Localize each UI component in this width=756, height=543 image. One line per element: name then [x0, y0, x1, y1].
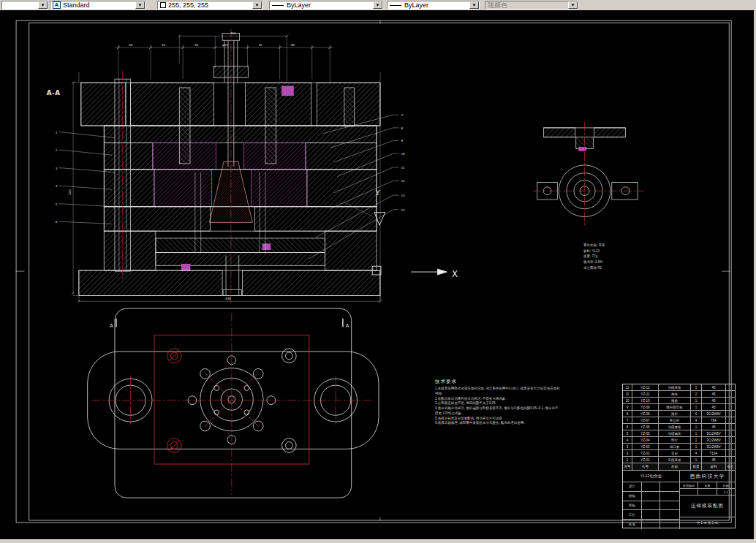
- svg-text:6: 6: [56, 220, 58, 224]
- parts-row: 2 YZ-02 导柱 4 T10A: [623, 450, 735, 457]
- tech-notes-title: 技术要求: [435, 379, 561, 385]
- signature-label: 设计: [623, 482, 642, 491]
- part-code: YZ-07: [632, 417, 659, 423]
- chevron-down-icon[interactable]: ▼: [469, 1, 479, 9]
- param-line: 收缩率: 0.6%: [583, 259, 635, 265]
- stage-values: 1:1: [680, 489, 735, 495]
- parts-row: 1 YZ-01 定模座板 1 45: [623, 457, 735, 463]
- svg-text:φ25: φ25: [222, 43, 228, 47]
- plan-section-arrow-right: A: [346, 323, 349, 329]
- lineweight-combo[interactable]: ByLayer ▼: [387, 1, 480, 10]
- status-bar: [0, 539, 756, 543]
- tech-note-line: 3.分型面应贴合严密, 局部间隙不大于0.05。: [435, 401, 561, 406]
- color-value: 255, 255, 255: [168, 1, 208, 9]
- part-note: [726, 437, 735, 443]
- part-qty: 2: [691, 391, 702, 397]
- stage-label: 阶段标记: [680, 482, 698, 488]
- part-seq: 3: [623, 444, 632, 449]
- text-style-value: Standard: [63, 1, 90, 9]
- properties-toolbar: ▼ A Standard ▼ 255, 255, 255 ▼ ByLayer ▼…: [0, 0, 756, 10]
- svg-text:2: 2: [56, 148, 58, 152]
- svg-text:9: 9: [401, 140, 403, 143]
- part-qty: 6: [691, 411, 702, 417]
- part-note: [726, 384, 735, 390]
- chevron-down-icon[interactable]: ▼: [252, 1, 262, 9]
- signature-row: 批准: [623, 520, 679, 529]
- material-cell: YL12铝合金: [623, 471, 680, 482]
- part-name: 复位杆: [659, 417, 691, 423]
- part-view: [533, 122, 644, 227]
- ucs-x-label: X: [452, 269, 458, 279]
- chevron-down-icon[interactable]: ▼: [135, 1, 145, 9]
- chevron-down-icon[interactable]: ▼: [373, 1, 382, 9]
- signature-row: 工艺: [623, 510, 679, 520]
- part-note: [726, 411, 735, 417]
- drawing-canvas[interactable]: A-A X Y A A 40 45 65 φ25 45 90 155 448 3…: [0, 10, 756, 539]
- svg-text:14: 14: [401, 208, 405, 212]
- part-name: 推杆: [659, 411, 691, 417]
- parts-row: 8 YZ-08 推杆 6 3Cr2W8V: [623, 411, 735, 417]
- part-name: 推板: [659, 398, 691, 403]
- part-seq: 11: [623, 391, 632, 397]
- tech-note-line: 4.推出机构运动灵活, 推杆端面与型腔表面平齐, 推杆与孔配合间隙0.05~0.…: [435, 406, 561, 417]
- part-material: 3Cr2W8V: [702, 430, 726, 436]
- parts-row: 5 YZ-05 动模镶块 1 3Cr2W8V: [623, 430, 735, 437]
- chevron-down-icon: ▼: [568, 1, 578, 9]
- signature-label: 批准: [623, 520, 642, 529]
- svg-text:320: 320: [68, 189, 72, 195]
- layer-combo[interactable]: ▼: [1, 1, 48, 10]
- part-qty: 1: [691, 384, 702, 390]
- stage-label: 比例: [717, 482, 735, 488]
- part-material: 45: [702, 404, 726, 410]
- part-seq: 5: [623, 430, 632, 436]
- parts-row: 4 YZ-04 型芯 1 3Cr2W8V: [623, 437, 735, 444]
- part-material: 3Cr2W8V: [702, 444, 726, 449]
- signature-label: 审核: [623, 501, 642, 510]
- tech-notes-lines: 1.本模具采用卧式冷室压铸机压铸, 浇注系统采用中心浇口, 模具安装尺寸应符合压…: [435, 387, 561, 426]
- part-material: 45: [702, 424, 726, 430]
- part-qty: 4: [691, 450, 702, 456]
- part-code: YZ-06: [632, 424, 659, 430]
- svg-text:7: 7: [401, 113, 403, 117]
- part-seq: 2: [623, 450, 632, 456]
- part-code: YZ-01: [632, 457, 659, 463]
- part-qty: 1: [691, 430, 702, 436]
- part-name: 动模镶块: [659, 430, 691, 436]
- drawing-title: 压铸模装配图: [680, 495, 735, 517]
- param-line: 质量: 77g: [583, 254, 635, 259]
- tech-notes: 技术要求 1.本模具采用卧式冷室压铸机压铸, 浇注系统采用中心浇口, 模具安装尺…: [435, 379, 561, 426]
- part-seq: 9: [623, 404, 632, 410]
- color-combo[interactable]: 255, 255, 255 ▼: [157, 1, 262, 10]
- color-swatch-icon: [160, 2, 166, 8]
- part-code: YZ-09: [632, 404, 659, 410]
- parts-header: 序号 代号 名称 数量 材料 备注: [623, 463, 735, 471]
- part-material: 45: [702, 398, 726, 403]
- part-code: YZ-12: [632, 384, 659, 390]
- signature-grid: 设计 校核 审核 工艺: [623, 482, 680, 529]
- linetype-combo[interactable]: ByLayer ▼: [269, 1, 383, 10]
- part-name: 动模套板: [659, 424, 691, 430]
- text-style-combo[interactable]: A Standard ▼: [50, 1, 145, 10]
- part-material: 45: [702, 457, 726, 463]
- part-note: [726, 424, 735, 430]
- parts-list: 12 YZ-12 动模座板 1 45 11 YZ-11 垫块 2 45 10 Y…: [623, 384, 735, 463]
- part-material: 45: [702, 391, 726, 397]
- part-note: [726, 450, 735, 456]
- svg-text:8: 8: [401, 126, 403, 130]
- part-seq: 1: [623, 457, 632, 463]
- lineweight-preview-icon: [390, 5, 401, 6]
- screw-hole-red: [167, 349, 182, 452]
- part-note: [726, 404, 735, 410]
- part-params: 零件名称: 罩盖材料: YL12质量: 77g收缩率: 0.6%未注圆角 R2: [583, 243, 635, 270]
- part-seq: 4: [623, 437, 632, 443]
- svg-text:448: 448: [225, 297, 231, 300]
- chevron-down-icon[interactable]: ▼: [38, 1, 48, 9]
- tech-note-line: 1.本模具采用卧式冷室压铸机压铸, 浇注系统采用中心浇口, 模具安装尺寸应符合压…: [435, 387, 561, 397]
- part-qty: 1: [691, 444, 702, 449]
- part-code: YZ-02: [632, 450, 659, 456]
- part-name: 浇口套: [659, 444, 691, 449]
- signature-label: 校核: [623, 492, 642, 501]
- part-name: 动模座板: [659, 384, 691, 390]
- tech-note-line: 6.模具定期清理, 成型零件表面应光洁无损伤, 氮化处理后使用。: [435, 421, 561, 426]
- part-note: [726, 430, 735, 436]
